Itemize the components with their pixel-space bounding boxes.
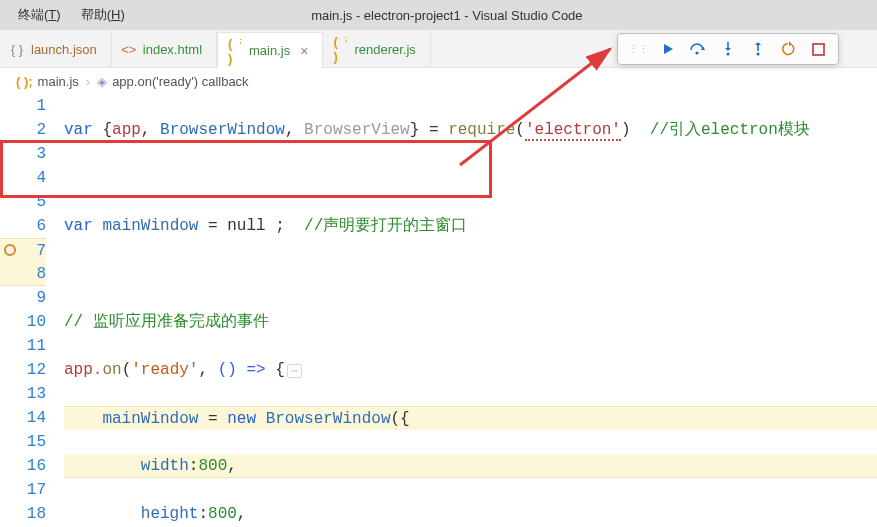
line-number: 6 xyxy=(0,214,46,238)
step-out-icon xyxy=(751,41,765,57)
breakpoint-icon[interactable] xyxy=(4,244,16,256)
line-number: 13 xyxy=(0,382,46,406)
line-number: 8 xyxy=(0,262,46,286)
play-icon xyxy=(661,42,675,56)
menu-terminal[interactable]: 终端(T) xyxy=(8,2,71,28)
breadcrumb: ( ); main.js › ◈ app.on('ready') callbac… xyxy=(0,68,877,94)
breadcrumb-file[interactable]: ( ); main.js xyxy=(16,74,79,89)
tab-label: main.js xyxy=(249,43,290,58)
breadcrumb-symbol-label: app.on('ready') callback xyxy=(112,74,248,89)
tab-label: renderer.js xyxy=(354,42,415,57)
js-icon: ( ); xyxy=(228,36,242,66)
line-number: 18 xyxy=(0,502,46,526)
restart-button[interactable] xyxy=(774,37,802,61)
tab-index-html[interactable]: <> index.html xyxy=(112,31,217,67)
line-number: 9 xyxy=(0,286,46,310)
restart-icon xyxy=(780,41,796,57)
menu-terminal-label: 终端 xyxy=(18,7,44,22)
code-line: width:800, xyxy=(64,454,877,478)
html-icon: <> xyxy=(122,42,136,57)
svg-point-1 xyxy=(726,52,729,55)
code-line xyxy=(64,262,877,286)
tab-bar: { } launch.json <> index.html ( ); main.… xyxy=(0,30,877,68)
line-number: 14 xyxy=(0,406,46,430)
step-over-icon xyxy=(689,42,707,56)
line-number: 10 xyxy=(0,310,46,334)
breadcrumb-file-label: main.js xyxy=(38,74,79,89)
method-icon: ◈ xyxy=(97,74,107,89)
line-number-gutter: 1 2 3 4 5 6 7 8 9 10 11 12 13 14 15 16 1… xyxy=(0,94,64,527)
step-into-button[interactable] xyxy=(714,37,742,61)
tab-renderer-js[interactable]: ( ); renderer.js xyxy=(323,31,430,67)
drag-handle-icon[interactable]: ⋮⋮ xyxy=(624,37,652,61)
tab-label: launch.json xyxy=(31,42,97,57)
menu-help-key: H xyxy=(111,7,120,22)
titlebar: 终端(T) 帮助(H) main.js - electron-project1 … xyxy=(0,0,877,30)
code-line xyxy=(64,166,877,190)
close-icon[interactable]: × xyxy=(300,44,308,58)
breadcrumb-symbol[interactable]: ◈ app.on('ready') callback xyxy=(97,74,248,89)
code-line: app.on('ready', () => {⋯ xyxy=(64,358,877,382)
window-title: main.js - electron-project1 - Visual Stu… xyxy=(135,8,869,23)
braces-icon: { } xyxy=(10,42,24,57)
menu-help-label: 帮助 xyxy=(81,7,107,22)
menu-help[interactable]: 帮助(H) xyxy=(71,2,135,28)
line-number: 17 xyxy=(0,478,46,502)
code-editor[interactable]: 1 2 3 4 5 6 7 8 9 10 11 12 13 14 15 16 1… xyxy=(0,94,877,527)
line-number: 12 xyxy=(0,358,46,382)
step-over-button[interactable] xyxy=(684,37,712,61)
js-icon: ( ); xyxy=(16,74,33,89)
svg-point-2 xyxy=(756,52,759,55)
code-content[interactable]: var {app, BrowserWindow, BrowserView} = … xyxy=(64,94,877,527)
tab-main-js[interactable]: ( ); main.js × xyxy=(217,32,323,68)
line-number: 15 xyxy=(0,430,46,454)
svg-rect-3 xyxy=(813,44,824,55)
step-into-icon xyxy=(721,41,735,57)
line-number: 1 xyxy=(0,94,46,118)
continue-button[interactable] xyxy=(654,37,682,61)
line-number: 11 xyxy=(0,334,46,358)
debug-toolbar: ⋮⋮ xyxy=(617,33,839,65)
svg-point-0 xyxy=(695,51,698,54)
stop-icon xyxy=(812,43,825,56)
code-line: mainWindow = new BrowserWindow({ xyxy=(64,406,877,430)
line-number: 3 xyxy=(0,142,46,166)
line-number: 16 xyxy=(0,454,46,478)
stop-button[interactable] xyxy=(804,37,832,61)
tab-launch-json[interactable]: { } launch.json xyxy=(0,31,112,67)
chevron-right-icon: › xyxy=(86,74,90,89)
fold-indicator-icon: ⋯ xyxy=(287,364,302,378)
menu-terminal-key: T xyxy=(48,7,56,22)
code-line: var mainWindow = null ; //声明要打开的主窗口 xyxy=(64,214,877,238)
js-icon: ( ); xyxy=(333,34,347,64)
code-line: // 监听应用准备完成的事件 xyxy=(64,310,877,334)
tab-label: index.html xyxy=(143,42,202,57)
step-out-button[interactable] xyxy=(744,37,772,61)
code-line: height:800, xyxy=(64,502,877,526)
line-number: 2 xyxy=(0,118,46,142)
line-number: 4 xyxy=(0,166,46,190)
line-number: 5 xyxy=(0,190,46,214)
code-line: var {app, BrowserWindow, BrowserView} = … xyxy=(64,118,877,142)
